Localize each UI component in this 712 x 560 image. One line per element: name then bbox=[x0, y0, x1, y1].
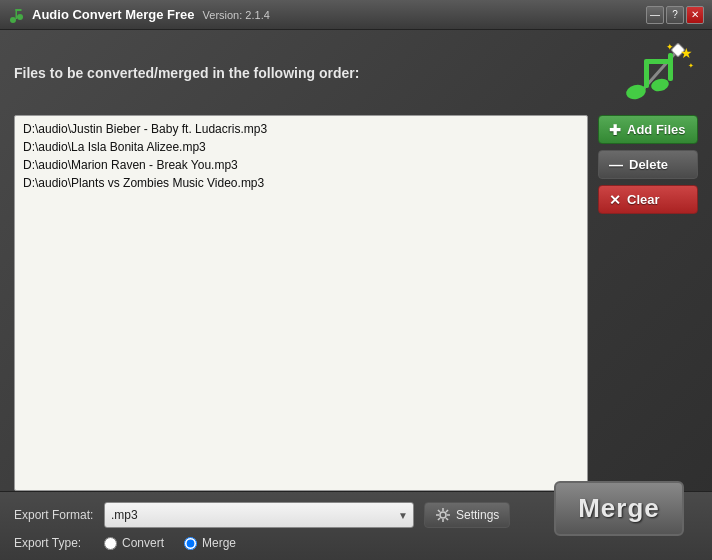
side-buttons: ✚ Add Files — Delete ✕ Clear bbox=[598, 115, 698, 491]
delete-button[interactable]: — Delete bbox=[598, 150, 698, 179]
bottom-section: Export Format: .mp3.wav.ogg.flac.aac.wma… bbox=[14, 491, 698, 550]
svg-rect-10 bbox=[644, 60, 649, 88]
list-item[interactable]: D:\audio\La Isla Bonita Alizee.mp3 bbox=[19, 138, 583, 156]
format-select-wrapper: .mp3.wav.ogg.flac.aac.wma ▼ bbox=[104, 502, 414, 528]
minimize-button[interactable]: — bbox=[646, 6, 664, 24]
merge-button[interactable]: Merge bbox=[554, 481, 684, 536]
header-row: Files to be converted/merged in the foll… bbox=[14, 40, 698, 105]
bottom-bar: Export Format: .mp3.wav.ogg.flac.aac.wma… bbox=[0, 491, 712, 560]
merge-radio-label[interactable]: Merge bbox=[184, 536, 236, 550]
file-list[interactable]: D:\audio\Justin Bieber - Baby ft. Ludacr… bbox=[14, 115, 588, 491]
format-select[interactable]: .mp3.wav.ogg.flac.aac.wma bbox=[104, 502, 414, 528]
export-format-label: Export Format: bbox=[14, 508, 94, 522]
app-version: Version: 2.1.4 bbox=[203, 9, 270, 21]
add-files-button[interactable]: ✚ Add Files bbox=[598, 115, 698, 144]
svg-point-0 bbox=[10, 17, 16, 23]
delete-icon: — bbox=[609, 158, 623, 172]
main-area: Files to be converted/merged in the foll… bbox=[0, 30, 712, 560]
svg-rect-3 bbox=[16, 9, 22, 11]
svg-line-20 bbox=[446, 518, 448, 520]
app-logo: ★ ✦ ✦ bbox=[608, 40, 698, 105]
title-controls: — ? ✕ bbox=[646, 6, 704, 24]
title-bar-left: Audio Convert Merge Free Version: 2.1.4 bbox=[8, 7, 270, 23]
svg-point-1 bbox=[17, 14, 23, 20]
svg-text:✦: ✦ bbox=[666, 42, 674, 52]
export-type-label: Export Type: bbox=[14, 536, 94, 550]
help-button[interactable]: ? bbox=[666, 6, 684, 24]
plus-icon: ✚ bbox=[609, 123, 621, 137]
close-button[interactable]: ✕ bbox=[686, 6, 704, 24]
gear-icon bbox=[435, 507, 451, 523]
settings-button[interactable]: Settings bbox=[424, 502, 510, 528]
clear-icon: ✕ bbox=[609, 193, 621, 207]
content-row: D:\audio\Justin Bieber - Baby ft. Ludacr… bbox=[14, 115, 698, 491]
svg-line-19 bbox=[438, 510, 440, 512]
list-item[interactable]: D:\audio\Marion Raven - Break You.mp3 bbox=[19, 156, 583, 174]
header-label: Files to be converted/merged in the foll… bbox=[14, 65, 359, 81]
clear-button[interactable]: ✕ Clear bbox=[598, 185, 698, 214]
svg-line-22 bbox=[438, 518, 440, 520]
list-item[interactable]: D:\audio\Plants vs Zombies Music Video.m… bbox=[19, 174, 583, 192]
export-format-row: Export Format: .mp3.wav.ogg.flac.aac.wma… bbox=[14, 502, 698, 528]
merge-radio[interactable] bbox=[184, 537, 197, 550]
svg-rect-13 bbox=[644, 59, 673, 64]
svg-text:★: ★ bbox=[680, 45, 693, 61]
export-type-row: Export Type: Convert Merge bbox=[14, 536, 698, 550]
convert-radio[interactable] bbox=[104, 537, 117, 550]
svg-line-21 bbox=[446, 510, 448, 512]
convert-radio-label[interactable]: Convert bbox=[104, 536, 164, 550]
app-icon bbox=[8, 7, 24, 23]
list-item[interactable]: D:\audio\Justin Bieber - Baby ft. Ludacr… bbox=[19, 120, 583, 138]
svg-text:✦: ✦ bbox=[688, 62, 694, 69]
app-title: Audio Convert Merge Free bbox=[32, 7, 195, 22]
title-bar: Audio Convert Merge Free Version: 2.1.4 … bbox=[0, 0, 712, 30]
svg-point-14 bbox=[440, 512, 446, 518]
radio-group: Convert Merge bbox=[104, 536, 236, 550]
svg-rect-12 bbox=[668, 53, 673, 81]
